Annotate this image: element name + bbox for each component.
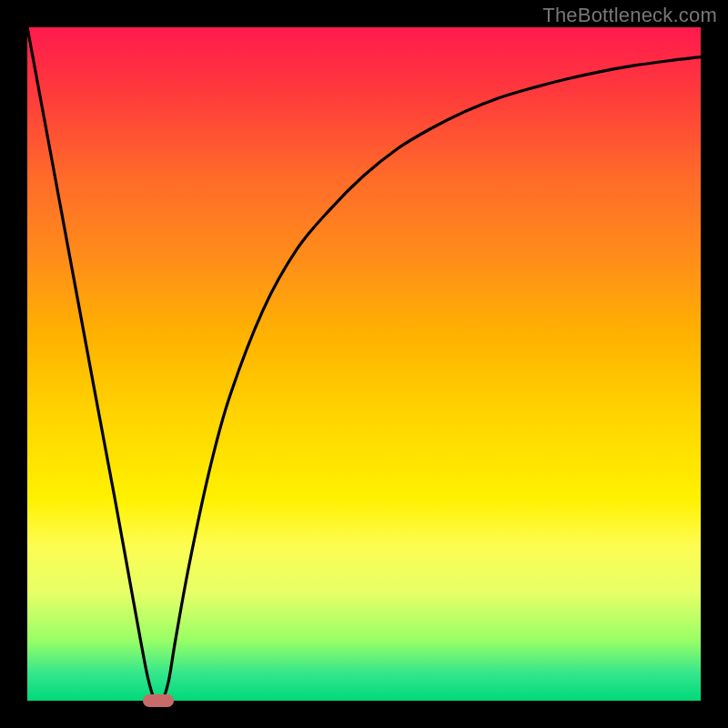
chart-frame: TheBottleneck.com <box>0 0 728 728</box>
plot-area <box>27 27 701 701</box>
bottleneck-curve <box>27 27 701 701</box>
watermark-text: TheBottleneck.com <box>542 4 717 27</box>
optimal-point-marker <box>143 694 174 707</box>
